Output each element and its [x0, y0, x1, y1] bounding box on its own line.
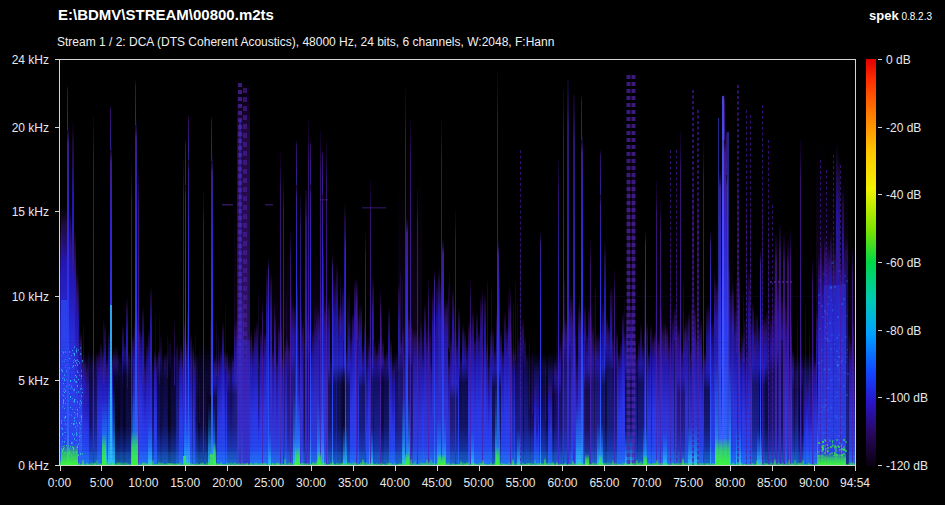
svg-text:60:00: 60:00 — [547, 476, 577, 490]
svg-text:0 dB: 0 dB — [886, 53, 911, 67]
svg-text:30:00: 30:00 — [296, 476, 326, 490]
svg-text:85:00: 85:00 — [757, 476, 787, 490]
svg-text:15 kHz: 15 kHz — [12, 205, 49, 219]
svg-text:90:00: 90:00 — [799, 476, 829, 490]
svg-text:94:54: 94:54 — [840, 476, 870, 490]
svg-text:25:00: 25:00 — [254, 476, 284, 490]
svg-text:0:00: 0:00 — [48, 476, 72, 490]
svg-text:10:00: 10:00 — [128, 476, 158, 490]
svg-text:65:00: 65:00 — [589, 476, 619, 490]
svg-text:20:00: 20:00 — [212, 476, 242, 490]
svg-text:E:\BDMV\STREAM\00800.m2ts: E:\BDMV\STREAM\00800.m2ts — [58, 6, 274, 23]
svg-text:80:00: 80:00 — [715, 476, 745, 490]
svg-text:50:00: 50:00 — [464, 476, 494, 490]
svg-text:0 kHz: 0 kHz — [18, 459, 49, 473]
svg-text:35:00: 35:00 — [338, 476, 368, 490]
svg-text:15:00: 15:00 — [170, 476, 200, 490]
svg-text:-100 dB: -100 dB — [886, 391, 928, 405]
svg-text:-20 dB: -20 dB — [886, 121, 921, 135]
svg-text:40:00: 40:00 — [380, 476, 410, 490]
svg-text:spek 0.8.2.3: spek 0.8.2.3 — [869, 8, 932, 23]
svg-text:5:00: 5:00 — [90, 476, 114, 490]
svg-text:-60 dB: -60 dB — [886, 256, 921, 270]
svg-text:-80 dB: -80 dB — [886, 324, 921, 338]
svg-text:10 kHz: 10 kHz — [12, 290, 49, 304]
svg-text:5 kHz: 5 kHz — [18, 374, 49, 388]
svg-text:-120 dB: -120 dB — [886, 459, 928, 473]
svg-text:70:00: 70:00 — [631, 476, 661, 490]
svg-text:24 kHz: 24 kHz — [12, 53, 49, 67]
svg-text:55:00: 55:00 — [505, 476, 535, 490]
svg-text:20 kHz: 20 kHz — [12, 121, 49, 135]
svg-text:-40 dB: -40 dB — [886, 188, 921, 202]
svg-text:Stream 1 / 2: DCA (DTS Coheren: Stream 1 / 2: DCA (DTS Coherent Acoustic… — [57, 35, 554, 49]
svg-text:45:00: 45:00 — [422, 476, 452, 490]
svg-text:75:00: 75:00 — [673, 476, 703, 490]
